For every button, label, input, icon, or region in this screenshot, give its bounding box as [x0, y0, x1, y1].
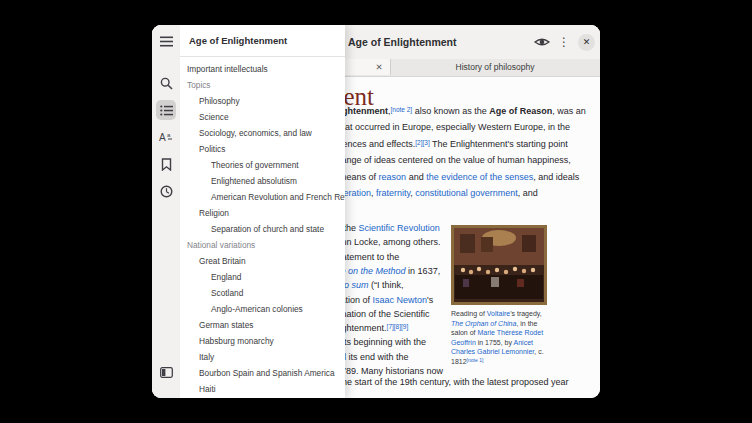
text-segment: The Enlightenment's starting point	[430, 139, 568, 149]
toc-item[interactable]: Bourbon Spain and Spanish America	[180, 365, 345, 381]
text-segment: and	[406, 172, 426, 182]
toc-item[interactable]: Anglo-American colonies	[180, 301, 345, 317]
toc-item[interactable]: Science	[180, 109, 345, 125]
text-segment: (“I think,	[369, 280, 404, 290]
salon-painting-image	[451, 225, 547, 305]
text-segment: in 1637,	[406, 266, 441, 276]
article-link[interactable]: [note 1]	[467, 357, 484, 363]
menu-button[interactable]: ⋮	[558, 35, 570, 49]
toc-item[interactable]: Scotland	[180, 285, 345, 301]
toc-item[interactable]: Habsburg monarchy	[180, 333, 345, 349]
tab-history-of-philosophy[interactable]: History of philosophy	[390, 59, 600, 75]
text-segment: in 1755, by	[476, 339, 514, 346]
article-link[interactable]: fraternity	[376, 188, 410, 198]
article-link[interactable]: [note 2]	[391, 106, 413, 113]
text-segment: , was an	[552, 106, 586, 116]
contents-button[interactable]	[156, 100, 176, 120]
toc-list: Important intellectualsTopicsPhilosophyS…	[180, 61, 345, 398]
toc-item[interactable]: Enlightened absolutism	[180, 173, 345, 189]
search-button[interactable]	[156, 73, 176, 93]
close-window-button[interactable]: ✕	[578, 34, 595, 51]
search-icon	[160, 77, 173, 90]
text-segment: Age of Reason	[489, 106, 552, 116]
hamburger-menu-icon	[160, 36, 173, 47]
article-link[interactable]: Isaac Newton	[372, 295, 427, 305]
close-icon: ✕	[375, 62, 382, 72]
article-link[interactable]: [7][8][9]	[387, 323, 409, 330]
languages-button[interactable]: A a	[156, 127, 176, 147]
toc-panel: Age of Enlightenment Important intellect…	[180, 25, 345, 398]
toc-panel-title: Age of Enlightenment	[189, 25, 287, 56]
text-segment: Reading of	[451, 310, 487, 317]
text-segment: also known as the	[412, 106, 489, 116]
text-segment: , and ideals	[533, 172, 579, 182]
history-button[interactable]	[156, 181, 176, 201]
toc-item[interactable]: German states	[180, 317, 345, 333]
bookmarks-button[interactable]	[156, 154, 176, 174]
text-segment: 's tragedy,	[510, 310, 542, 317]
kebab-menu-icon: ⋮	[558, 35, 570, 49]
article-link[interactable]: constitutional government	[415, 188, 518, 198]
toc-item[interactable]: Topics	[180, 77, 345, 93]
toc-item[interactable]: American Revolution and French Revolutio…	[180, 189, 345, 205]
toc-item[interactable]: Theories of government	[180, 157, 345, 173]
article-link[interactable]: Voltaire	[487, 310, 510, 317]
article-link[interactable]: the evidence of the senses	[426, 172, 533, 182]
tab-label: History of philosophy	[456, 62, 535, 72]
article-link[interactable]: The Orphan of China	[451, 320, 516, 327]
app-window: Age of Enlightenment The Age of Enlighte…	[152, 25, 600, 398]
headerbar-actions: ⋮ ✕	[534, 25, 595, 59]
toc-item[interactable]: Religion	[180, 205, 345, 221]
table-of-contents-icon	[160, 105, 173, 116]
toggle-sidebar-button[interactable]	[156, 362, 176, 382]
toc-item[interactable]: Haiti	[180, 381, 345, 397]
article-image[interactable]: Reading of Voltaire's tragedy, The Orpha…	[451, 225, 547, 368]
toc-item[interactable]: Philosophy	[180, 93, 345, 109]
article-link[interactable]: Scientific Revolution	[359, 223, 440, 233]
article-link[interactable]: reason	[379, 172, 407, 182]
main-menu-button[interactable]	[156, 31, 176, 51]
window-title: Age of Enlightenment	[348, 25, 457, 59]
toc-item[interactable]: England	[180, 269, 345, 285]
toc-item[interactable]: Important intellectuals	[180, 61, 345, 77]
toc-item[interactable]: Great Britain	[180, 253, 345, 269]
article-link[interactable]: [2][3]	[415, 139, 429, 146]
close-icon: ✕	[583, 34, 591, 51]
toc-item[interactable]: Sociology, economics, and law	[180, 125, 345, 141]
text-segment: 's	[427, 295, 433, 305]
sidebar-toggle-icon	[160, 367, 173, 378]
bookmark-icon	[161, 158, 172, 171]
screen: Age of Enlightenment The Age of Enlighte…	[0, 0, 752, 423]
text-segment: , and	[518, 188, 538, 198]
toc-item[interactable]: Separation of church and state	[180, 221, 345, 237]
svg-text:A: A	[159, 132, 166, 143]
tab-close-button[interactable]: ✕	[372, 59, 386, 75]
reading-mode-button[interactable]	[534, 36, 550, 48]
svg-text:a: a	[167, 132, 171, 138]
history-clock-icon	[160, 185, 173, 198]
toc-item[interactable]: Italy	[180, 349, 345, 365]
panel-separator	[180, 56, 345, 57]
image-caption: Reading of Voltaire's tragedy, The Orpha…	[451, 309, 547, 368]
eye-icon	[534, 36, 550, 48]
toc-item[interactable]: National variations	[180, 237, 345, 253]
languages-icon: A a	[159, 131, 173, 143]
toc-item[interactable]: Politics	[180, 141, 345, 157]
sidebar-rail: A a	[152, 25, 180, 398]
